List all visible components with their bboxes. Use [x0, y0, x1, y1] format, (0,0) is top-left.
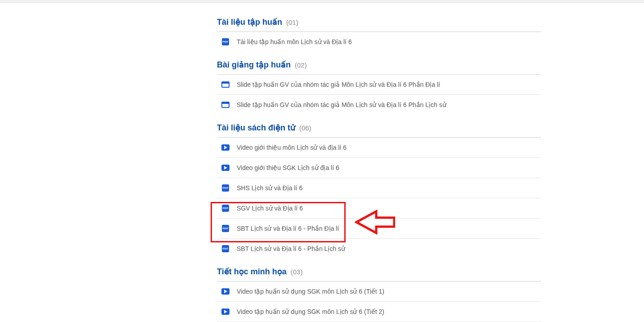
item-label: Slide tập huấn GV của nhóm tác giả Môn L… [237, 81, 440, 88]
svg-marker-1 [224, 166, 227, 170]
section-count: (01) [286, 18, 298, 26]
section-title: Bài giảng tập huấn [217, 60, 291, 69]
list-item[interactable]: PDF SBT Lịch sử và Địa lí 6 - Phần Địa l… [217, 219, 541, 239]
list-item[interactable]: PDF SBT Lịch sử và Địa lí 6 - Phần Lịch … [217, 239, 541, 259]
section-count: (03) [291, 268, 303, 276]
section-header: Tiết học minh họa (03) [217, 267, 541, 282]
section-bai-giang-tap-huan: Bài giảng tập huấn (02) Slide tập huấn G… [217, 60, 541, 115]
list-item[interactable]: Slide tập huấn GV của nhóm tác giả Môn L… [217, 95, 541, 115]
section-count: (02) [295, 61, 307, 69]
video-icon [221, 165, 230, 171]
item-label: SHS Lịch sử và Địa lí 6 [237, 184, 302, 192]
list-item[interactable]: PDF SHS Lịch sử và Địa lí 6 [217, 178, 541, 198]
list-item[interactable]: Video giới thiệu môn Lịch sử và địa lí 6 [217, 138, 541, 158]
list-item[interactable]: Video tập huấn sử dụng SGK môn Lịch sử 6… [217, 282, 541, 302]
slide-icon [221, 81, 230, 88]
item-label: Video giới thiệu SGK Lịch sử địa lí 6 [237, 164, 339, 171]
item-label: SBT Lịch sử và Địa lí 6 - Phần Lịch sử [237, 245, 345, 252]
item-label: Video tập huấn sử dụng SGK môn Lịch sử 6… [237, 308, 384, 315]
section-title: Tài liệu tập huấn [217, 18, 282, 27]
list-item[interactable]: Slide tập huấn GV của nhóm tác giả Môn L… [217, 75, 541, 95]
section-title: Tiết học minh họa [217, 267, 287, 276]
item-label: Video giới thiệu môn Lịch sử và địa lí 6 [237, 144, 347, 151]
pdf-icon: PDF [221, 184, 230, 192]
section-header: Bài giảng tập huấn (02) [217, 60, 541, 75]
list-item[interactable]: PDF SGV Lịch sử và Địa lí 6 [217, 198, 541, 219]
pdf-icon: PDF [221, 205, 230, 212]
section-tai-lieu-sach-dien-tu: Tài liệu sách điện tử (06) Video giới th… [217, 123, 541, 259]
document-list: Tài liệu tập huấn (01) PDF Tài liệu tập … [217, 4, 541, 322]
section-tai-lieu-tap-huan: Tài liệu tập huấn (01) PDF Tài liệu tập … [217, 17, 541, 52]
item-label: SGV Lịch sử và Địa lí 6 [237, 205, 303, 212]
slide-icon [221, 102, 230, 108]
item-label: Video tập huấn sử dụng SGK môn Lịch sử 6… [237, 288, 384, 295]
svg-marker-2 [224, 290, 227, 293]
section-title: Tài liệu sách điện tử [217, 123, 295, 132]
section-header: Tài liệu sách điện tử (06) [217, 123, 541, 138]
item-label: Tài liệu tập huấn môn Lịch sử và Địa lí … [237, 38, 352, 45]
svg-marker-3 [224, 310, 227, 313]
pdf-icon: PDF [221, 225, 230, 232]
section-header: Tài liệu tập huấn (01) [217, 17, 541, 32]
pdf-icon: PDF [221, 245, 230, 252]
item-label: SBT Lịch sử và Địa lí 6 - Phần Địa lí [237, 225, 339, 232]
section-count: (06) [299, 124, 311, 132]
svg-marker-0 [224, 146, 227, 149]
video-icon [221, 288, 230, 295]
list-item[interactable]: Video tập huấn sử dụng SGK môn Lịch sử 6… [217, 302, 541, 322]
video-icon [221, 144, 230, 151]
pdf-icon: PDF [221, 38, 230, 45]
item-label: Slide tập huấn GV của nhóm tác giả Môn L… [237, 101, 446, 108]
page-root: Tài liệu tập huấn (01) PDF Tài liệu tập … [0, 0, 644, 322]
list-item[interactable]: PDF Tài liệu tập huấn môn Lịch sử và Địa… [217, 32, 541, 52]
section-tiet-hoc-minh-hoa: Tiết học minh họa (03) Video tập huấn sử… [217, 267, 541, 322]
video-icon [221, 309, 230, 315]
browser-chrome-sliver [0, 0, 644, 3]
list-item[interactable]: Video giới thiệu SGK Lịch sử địa lí 6 [217, 158, 541, 178]
